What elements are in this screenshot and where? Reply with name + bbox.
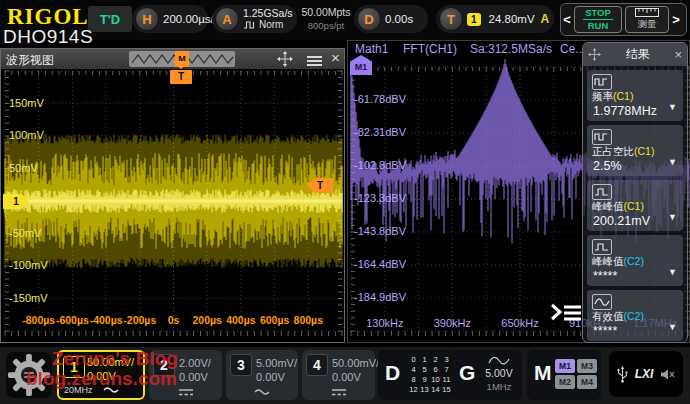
digital-channels-button[interactable]: D 0123456789101112131415 [378, 350, 455, 400]
close-icon[interactable]: × [331, 50, 340, 66]
trigger-level-value: 24.80mV [489, 13, 535, 25]
expand-caret-icon[interactable]: ▼ [668, 157, 677, 167]
delay-value: 0.00s [385, 13, 413, 25]
math-slot-m4[interactable]: M4 [577, 375, 597, 389]
measurement-value: 200.21mV [593, 214, 650, 228]
math-slot-m1[interactable]: M1 [555, 359, 575, 373]
measure-button[interactable]: 测量 [625, 6, 669, 33]
time-axis-label: 800µs [285, 314, 331, 326]
sine-wave-icon [488, 355, 510, 366]
measurement-label: 有效值(C2) [592, 310, 644, 324]
expand-caret-icon[interactable]: ▼ [668, 212, 677, 222]
trigger-flag: A [541, 12, 550, 26]
db-axis-label: -61.78dBV [354, 93, 406, 105]
measurement-item[interactable]: 有效值(C2)*****▼ [587, 290, 683, 341]
expand-caret-icon[interactable]: ▼ [668, 267, 677, 277]
close-results-icon[interactable]: × [674, 47, 682, 62]
waveform-view-window[interactable]: 波形视图 M × T 1 T 150mV100mV50mV-50mV-100mV… [0, 48, 345, 343]
db-axis-label: -164.4dBV [354, 258, 406, 270]
channel-4-button[interactable]: 450.00mV/0.00V [302, 350, 375, 400]
expand-caret-icon[interactable]: ▼ [668, 322, 677, 332]
waveform-plot [1, 49, 344, 342]
measurement-item[interactable]: 峰峰值(C1)200.21mV▼ [587, 180, 683, 231]
horizontal-key-icon: H [135, 7, 159, 31]
math-button[interactable]: M M1M3M2M4 [527, 350, 601, 400]
trigger-settings-button[interactable]: T 1 24.80mV A [436, 5, 554, 33]
digital-lines: 0123456789101112131415 [408, 355, 452, 395]
db-axis-label: -143.8dBV [354, 225, 406, 237]
math-slot-m2[interactable]: M2 [555, 375, 575, 389]
math-trace-label[interactable]: Math1 [355, 42, 388, 56]
toolbar-pager: < STOP RUN 测量 > [560, 3, 687, 36]
chevron-left-icon[interactable]: < [563, 12, 571, 27]
pulse-icon [592, 239, 612, 255]
top-toolbar: RIGOL T'D H 200.00µs/ A 1.25GSa/s Norm 5… [0, 0, 690, 40]
measurement-label: 频率(C1) [592, 90, 633, 104]
square-wave-icon [592, 129, 612, 145]
measurement-item[interactable]: 频率(C1)1.9778MHz▼ [587, 70, 683, 121]
watermark-line1: Zeruns's Blog [52, 348, 178, 370]
frequency-axis-label: 130kHz [359, 317, 411, 329]
voltage-axis-label: 50mV [9, 162, 38, 174]
acquire-mode: Norm [259, 19, 283, 31]
menu-icon[interactable] [307, 54, 322, 68]
acquire-settings-button[interactable]: A 1.25GSa/s Norm [212, 5, 297, 33]
dc-coupling-icon [331, 388, 347, 396]
voltage-axis-label: 100mV [9, 129, 44, 141]
digital-line-row: 891011 [408, 375, 452, 385]
sine-icon [592, 294, 612, 310]
delay-key-icon: D [357, 7, 381, 31]
chevron-right-icon[interactable]: > [672, 12, 680, 27]
channel-3-button[interactable]: 35.00mV/0.00V [226, 350, 298, 400]
digital-line-row: 0123 [408, 355, 452, 365]
math-slot-m3[interactable]: M3 [577, 359, 597, 373]
channel-3-badge: 3 [230, 354, 252, 376]
oscilloscope-screen: RIGOL T'D H 200.00µs/ A 1.25GSa/s Norm 5… [0, 0, 690, 404]
measurement-item[interactable]: 峰峰值(C2)*****▼ [587, 235, 683, 286]
channel-offset: 0.00V [332, 371, 361, 383]
channel-offset: 0.00V [256, 371, 285, 383]
math-slots: M1M3M2M4 [555, 359, 597, 389]
dc-coupling-icon [178, 388, 194, 396]
memory-depth: 50.00Mpts 800ps/pt [299, 6, 353, 32]
acquire-key-icon: A [215, 7, 239, 31]
expand-caret-icon[interactable]: ▼ [668, 102, 677, 112]
math-function-label[interactable]: FFT(CH1) [403, 42, 457, 56]
horizontal-settings-button[interactable]: H 200.00µs/ [132, 5, 208, 33]
square-wave-icon [592, 74, 612, 90]
measurement-label: 正占空比(C1) [592, 145, 654, 159]
trigger-key-icon: T [439, 7, 463, 31]
trigger-position-arrow-icon [172, 61, 190, 69]
expand-menu-icon[interactable] [550, 299, 584, 329]
stop-run-button[interactable]: STOP RUN [574, 6, 622, 33]
measurement-item[interactable]: 正占空比(C1)2.5%▼ [587, 125, 683, 176]
system-status[interactable]: LXI [609, 351, 683, 397]
digital-label: D [385, 361, 400, 385]
frequency-axis-label: 390kHz [426, 317, 478, 329]
generator-frequency: 1MHz [480, 380, 518, 393]
square-wave-icon [243, 20, 256, 30]
frequency-axis-label: 650kHz [494, 317, 546, 329]
usb-icon [617, 366, 628, 383]
sample-rate: 1.25GSa/s [243, 7, 293, 19]
trigger-position-marker[interactable]: T [169, 61, 193, 87]
delay-settings-button[interactable]: D 0.00s [354, 5, 428, 33]
measurement-value: 2.5% [593, 159, 622, 173]
generator-amplitude: 5.00V [480, 367, 518, 380]
generator-label: G [459, 361, 475, 385]
trigger-status-button[interactable]: T'D [88, 6, 132, 32]
ac-coupling-icon [254, 388, 270, 396]
generator-button[interactable]: G 5.00V 1MHz [452, 350, 522, 400]
voltage-axis-label: 150mV [9, 97, 44, 109]
move-window-icon[interactable] [277, 51, 293, 71]
results-title: 结果 [605, 46, 670, 63]
db-axis-label: -102.8dBV [354, 159, 406, 171]
measurement-value: ***** [593, 269, 617, 283]
channel-scale: 5.00mV/ [256, 357, 297, 369]
move-panel-icon[interactable] [588, 48, 601, 61]
results-header[interactable]: 结果 × [583, 43, 687, 66]
db-axis-label: -82.31dBV [354, 126, 406, 138]
results-panel[interactable]: 结果 × 频率(C1)1.9778MHz▼正占空比(C1)2.5%▼峰峰值(C1… [582, 42, 688, 343]
math-label: M [534, 361, 552, 385]
lxi-badge: LXI [635, 367, 654, 381]
